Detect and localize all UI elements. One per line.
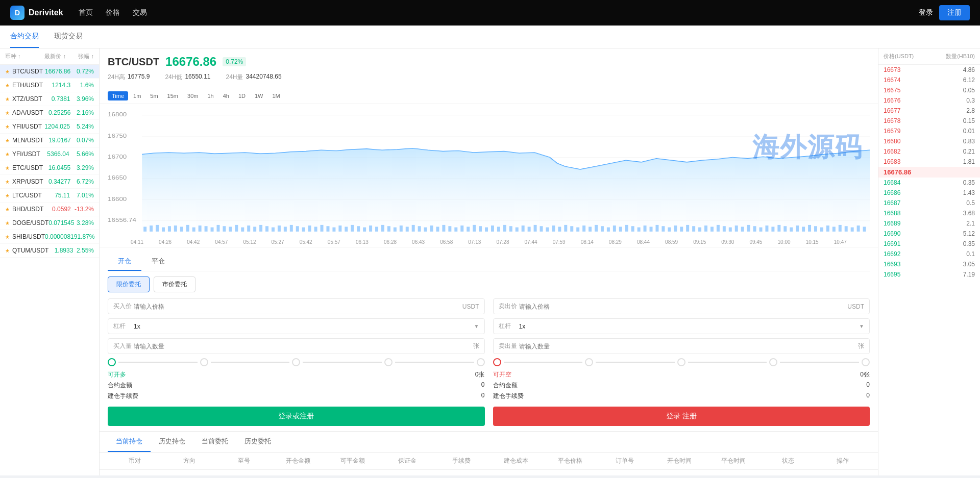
order-limit[interactable]: 限价委托 bbox=[108, 276, 150, 292]
svg-rect-95 bbox=[644, 225, 647, 232]
buy-leverage-row[interactable]: 杠杆 1x ▼ bbox=[108, 318, 485, 334]
star-icon: ★ bbox=[5, 83, 10, 88]
buy-submit-button[interactable]: 登录或注册 bbox=[108, 407, 485, 426]
stat-high-value: 16775.9 bbox=[128, 73, 150, 82]
svg-rect-49 bbox=[363, 228, 366, 232]
bottom-tab-history-orders[interactable]: 历史委托 bbox=[236, 432, 279, 452]
time-btn-1w[interactable]: 1W bbox=[251, 91, 267, 100]
buy-qty-label: 买入量 bbox=[113, 342, 134, 350]
sell-submit-button[interactable]: 登录 注册 bbox=[493, 407, 870, 426]
bottom-tab-current[interactable]: 当前持仓 bbox=[108, 432, 151, 452]
register-button[interactable]: 注册 bbox=[939, 5, 970, 20]
sell-progress-75[interactable] bbox=[769, 358, 777, 366]
sell-progress-dot[interactable] bbox=[493, 358, 501, 366]
order-market[interactable]: 市价委托 bbox=[154, 276, 195, 292]
svg-rect-77 bbox=[534, 225, 537, 232]
svg-rect-68 bbox=[479, 226, 482, 232]
buy-qty-input[interactable] bbox=[134, 343, 473, 350]
ask-price: 16678 bbox=[884, 117, 924, 124]
time-btn-1month[interactable]: 1M bbox=[268, 91, 284, 100]
order-book-current-price: 16676.86 bbox=[878, 167, 980, 178]
svg-rect-27 bbox=[229, 227, 232, 231]
svg-rect-16 bbox=[162, 228, 165, 232]
sidebar-row[interactable]: ★ XRP/USDT 0.34277 6.72% bbox=[0, 175, 99, 189]
bid-price: 16692 bbox=[884, 250, 924, 258]
sidebar-row[interactable]: ★ BTC/USDT 16676.86 0.72% bbox=[0, 65, 99, 79]
bottom-tab-current-orders[interactable]: 当前委托 bbox=[193, 432, 236, 452]
chart-stats: 24H高 16775.9 24H低 16550.11 24H量 34420748… bbox=[108, 73, 870, 82]
buy-progress-dot[interactable] bbox=[108, 358, 116, 366]
sell-leverage-row[interactable]: 杠杆 1x ▼ bbox=[493, 318, 870, 334]
time-btn-1d[interactable]: 1D bbox=[234, 91, 250, 100]
stat-low-label: 24H低 bbox=[165, 73, 182, 82]
sidebar-row[interactable]: ★ YFII/USDT 1204.025 5.24% bbox=[0, 120, 99, 134]
buy-progress-75[interactable] bbox=[384, 358, 393, 366]
sell-progress-50[interactable] bbox=[677, 358, 685, 366]
nav-home[interactable]: 首页 bbox=[79, 8, 93, 17]
time-btn-5m[interactable]: 5m bbox=[146, 91, 162, 100]
order-book-bid-row: 166920.1 bbox=[878, 249, 980, 259]
sub-nav-spot[interactable]: 现货交易 bbox=[54, 26, 83, 48]
sidebar-row[interactable]: ★ MLN/USDT 19.0167 0.07% bbox=[0, 134, 99, 147]
buy-progress-50[interactable] bbox=[292, 358, 300, 366]
login-button[interactable]: 登录 bbox=[919, 8, 933, 17]
ask-price: 16674 bbox=[884, 77, 924, 84]
time-btn-1h[interactable]: 1h bbox=[203, 91, 217, 100]
time-btn-15m[interactable]: 15m bbox=[163, 91, 182, 100]
pair-name: DOGE/USDT bbox=[12, 219, 48, 227]
ask-qty: 2.8 bbox=[944, 107, 975, 114]
svg-rect-34 bbox=[272, 228, 275, 232]
svg-rect-129 bbox=[851, 228, 854, 232]
tab-open[interactable]: 开仓 bbox=[108, 253, 141, 271]
col-change: 张幅 ↑ bbox=[66, 53, 94, 60]
col-close-price-header: 平仓价格 bbox=[543, 457, 598, 465]
buy-progress-25[interactable] bbox=[200, 358, 208, 366]
bottom-tab-history[interactable]: 历史持仓 bbox=[151, 432, 193, 452]
time-btn-30m[interactable]: 30m bbox=[183, 91, 202, 100]
svg-rect-124 bbox=[820, 228, 823, 232]
buy-leverage-label: 杠杆 bbox=[113, 322, 134, 331]
sidebar-row[interactable]: ★ LTC/USDT 75.11 7.01% bbox=[0, 189, 99, 203]
buy-price-suffix: USDT bbox=[462, 303, 479, 310]
time-btn-4h[interactable]: 4h bbox=[219, 91, 233, 100]
sidebar-row[interactable]: ★ SHIB/USDT 0.00000819 1.87% bbox=[0, 230, 99, 244]
svg-rect-14 bbox=[150, 225, 153, 232]
bid-price: 16687 bbox=[884, 199, 924, 207]
sidebar-row[interactable]: ★ ADA/USDT 0.25256 2.16% bbox=[0, 106, 99, 120]
ask-price: 16676 bbox=[884, 97, 924, 104]
sidebar-row[interactable]: ★ YFI/USDT 5366.04 5.66% bbox=[0, 147, 99, 161]
buy-price-input[interactable] bbox=[134, 303, 462, 310]
nav-price[interactable]: 价格 bbox=[106, 8, 120, 17]
sidebar-row[interactable]: ★ BHD/USDT 0.0592 -13.2% bbox=[0, 203, 99, 216]
svg-rect-26 bbox=[223, 226, 226, 232]
sell-fee-row: 建仓手续费 0 bbox=[493, 392, 870, 400]
sub-nav-contract[interactable]: 合约交易 bbox=[10, 26, 39, 48]
ask-qty: 6.12 bbox=[944, 77, 975, 84]
star-icon: ★ bbox=[5, 234, 10, 240]
svg-rect-79 bbox=[546, 228, 549, 232]
sidebar-row[interactable]: ★ ETH/USDT 1214.3 1.6% bbox=[0, 79, 99, 92]
pair-name: ETH/USDT bbox=[12, 82, 43, 89]
nav-trade[interactable]: 交易 bbox=[133, 8, 147, 17]
sidebar-row[interactable]: ★ DOGE/USDT 0.071545 3.28% bbox=[0, 216, 99, 230]
svg-rect-119 bbox=[790, 228, 793, 232]
buy-progress-100[interactable] bbox=[477, 358, 485, 366]
svg-rect-42 bbox=[321, 225, 324, 232]
tab-close[interactable]: 平仓 bbox=[141, 253, 175, 271]
pair-name: MLN/USDT bbox=[12, 137, 43, 144]
sell-progress-25[interactable] bbox=[585, 358, 593, 366]
time-btn-time[interactable]: Time bbox=[108, 91, 128, 100]
sell-price-input[interactable] bbox=[519, 303, 848, 310]
col-status-header: 状态 bbox=[761, 457, 816, 465]
sell-progress-100[interactable] bbox=[862, 358, 870, 366]
svg-rect-125 bbox=[826, 225, 829, 232]
time-btn-1m[interactable]: 1m bbox=[129, 91, 145, 100]
buy-leverage-arrow: ▼ bbox=[474, 323, 479, 329]
sell-qty-input[interactable] bbox=[519, 343, 859, 350]
sidebar-row[interactable]: ★ ETC/USDT 16.0455 3.29% bbox=[0, 161, 99, 175]
sidebar-row[interactable]: ★ XTZ/USDT 0.7381 3.96% bbox=[0, 92, 99, 106]
sidebar-row[interactable]: ★ QTUM/USDT 1.8933 2.55% bbox=[0, 244, 99, 258]
pair-name: ETC/USDT bbox=[12, 164, 43, 171]
svg-rect-17 bbox=[168, 226, 171, 232]
pair-price: 1214.3 bbox=[43, 82, 70, 89]
